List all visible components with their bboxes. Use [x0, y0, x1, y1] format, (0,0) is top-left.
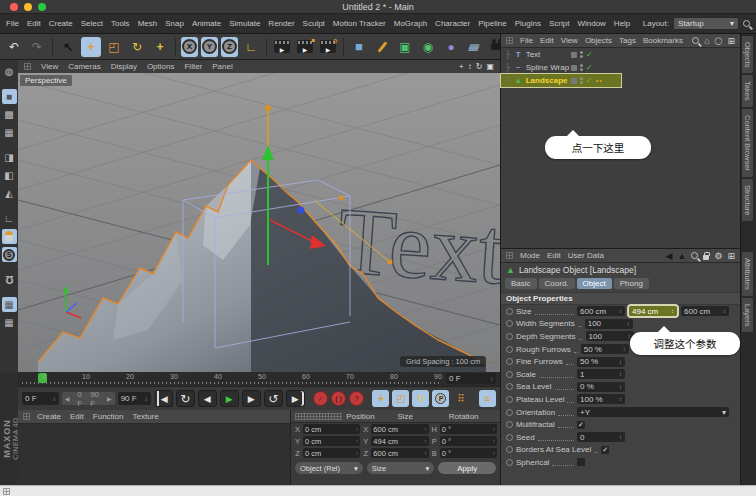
camera-label[interactable]: Perspective — [20, 75, 72, 86]
object-manager-menu-item[interactable]: File — [520, 36, 533, 45]
select-tool-button[interactable]: ↖ — [58, 37, 78, 57]
viewport-solo-button[interactable] — [2, 229, 17, 244]
attr-field[interactable]: 100 %↕ — [577, 394, 625, 404]
previous-frame-button[interactable]: ◀ — [198, 390, 217, 407]
menu-item[interactable]: Simulate — [229, 19, 260, 28]
history-up-icon[interactable]: ▲ — [677, 251, 686, 261]
attr-field[interactable]: 50 %↕ — [581, 344, 629, 354]
viewport-nav-icon[interactable]: ↕ — [468, 62, 472, 71]
anim-dot-icon[interactable] — [506, 333, 513, 340]
menu-item[interactable]: Edit — [27, 19, 41, 28]
workplane-lock-button[interactable]: ▦ — [2, 315, 17, 330]
key-position-button[interactable]: + — [372, 390, 389, 407]
visibility-toggles[interactable]: ✓ — [571, 50, 593, 59]
autokey-button[interactable]: ( ) — [331, 391, 346, 406]
history-back-icon[interactable]: ◀ — [666, 251, 673, 261]
next-frame-button[interactable]: ▶ — [242, 390, 261, 407]
viewport-menu-item[interactable]: View — [41, 62, 58, 71]
size-x-field[interactable]: 600 cm↕ — [577, 306, 625, 316]
object-label[interactable]: Text — [526, 50, 541, 59]
render-settings-button[interactable]: ▶⚙ — [318, 37, 338, 57]
last-tool-button[interactable]: + — [150, 37, 170, 57]
anim-dot-icon[interactable] — [506, 434, 513, 441]
object-row-landscape-selected[interactable]: └ ▲ Landscape ✓•• — [501, 74, 621, 87]
position-x-field[interactable]: 0 cm↕ — [303, 424, 360, 434]
viewport-menu-item[interactable]: Panel — [212, 62, 232, 71]
anim-dot-icon[interactable] — [506, 371, 513, 378]
panel-tab[interactable]: Content Browser — [742, 109, 753, 177]
add-deformer-button[interactable]: ◉ — [418, 37, 438, 57]
model-mode-button[interactable]: ■ — [2, 89, 17, 104]
timeline-ruler[interactable]: 0102030405060708090 0 F↕ — [18, 372, 500, 386]
render-button[interactable]: ◍ — [2, 64, 17, 79]
object-manager-menu-item[interactable]: Tags — [619, 36, 636, 45]
object-label[interactable]: Landscape — [526, 76, 568, 85]
add-spline-button[interactable] — [372, 37, 392, 57]
menu-item[interactable]: Sculpt — [303, 19, 325, 28]
home-icon[interactable]: ⌂ — [704, 36, 709, 46]
anim-dot-icon[interactable] — [506, 421, 513, 428]
search-icon[interactable] — [692, 37, 699, 44]
mode-dropdown[interactable]: Object (Rel)▾ — [295, 462, 363, 474]
object-manager-menu-item[interactable]: Edit — [540, 36, 554, 45]
menu-item[interactable]: Select — [81, 19, 103, 28]
keyframe-selection-button[interactable]: ? — [349, 391, 364, 406]
multifractal-checkbox[interactable]: ✓ — [577, 421, 585, 429]
panel-grip-icon[interactable] — [506, 252, 513, 259]
panel-tab[interactable]: Attributes — [742, 252, 753, 296]
panel-grip-icon[interactable] — [24, 63, 31, 70]
magnet-snap-button[interactable]: Ω — [2, 272, 17, 287]
viewport-menu-item[interactable]: Options — [147, 62, 175, 71]
menu-item[interactable]: File — [6, 19, 19, 28]
borders-checkbox[interactable]: ✓ — [601, 446, 609, 454]
menu-item[interactable]: Snap — [165, 19, 184, 28]
size-x-field[interactable]: 600 cm↕ — [371, 424, 428, 434]
material-menu-item[interactable]: Function — [93, 412, 124, 421]
goto-start-button[interactable]: ◀ — [154, 390, 173, 407]
layout-dropdown[interactable]: Startup▾ — [673, 17, 739, 30]
panel-grip-icon[interactable] — [23, 413, 30, 420]
edges-mode-button[interactable]: ◧ — [2, 168, 17, 183]
add-floor-button[interactable]: ▦ — [462, 40, 487, 54]
uv-mode-button[interactable]: ▦ — [2, 125, 17, 140]
close-window-icon[interactable] — [10, 3, 18, 11]
object-label[interactable]: Spline Wrap — [526, 63, 569, 72]
scale-tool-button[interactable]: ◰ — [104, 37, 124, 57]
timeline-mode-button[interactable]: ≡ — [479, 390, 496, 407]
menu-item[interactable]: Character — [435, 19, 470, 28]
render-view-button[interactable]: ▶ — [272, 37, 292, 57]
add-generator-button[interactable]: ▣ — [395, 37, 415, 57]
object-manager-menu-item[interactable]: View — [561, 36, 578, 45]
loop-back-button[interactable]: ↺ — [264, 390, 283, 407]
material-menu-item[interactable]: Texture — [133, 412, 159, 421]
key-parameter-button[interactable]: P — [432, 390, 449, 407]
position-z-field[interactable]: 0 cm↕ — [303, 448, 360, 458]
panel-tab[interactable]: Layers — [742, 298, 753, 333]
move-tool-button[interactable]: + — [81, 37, 101, 57]
object-manager-menu-item[interactable]: Bookmarks — [643, 36, 683, 45]
size-y-field-highlighted[interactable]: 494 cm↕ — [629, 306, 677, 316]
resize-grip-icon[interactable] — [3, 488, 10, 495]
tab-object[interactable]: Object — [577, 278, 612, 289]
frame-range-widget[interactable]: ◀0 F90 F▶ — [62, 392, 115, 405]
tab-basic[interactable]: Basic — [505, 278, 537, 289]
lock-icon[interactable] — [703, 255, 709, 260]
menu-item[interactable]: Create — [49, 19, 73, 28]
viewport-nav-icon[interactable]: ▣ — [486, 62, 494, 71]
search-icon[interactable] — [691, 252, 698, 259]
target-dropdown[interactable]: Size▾ — [367, 462, 435, 474]
lock-y-axis-button[interactable]: Y — [201, 37, 218, 57]
rotation-p-field[interactable]: 0 °↕ — [440, 436, 497, 446]
tab-phong[interactable]: Phong — [614, 278, 649, 289]
menu-item[interactable]: Pipeline — [478, 19, 506, 28]
panel-tab[interactable]: Objects — [742, 36, 753, 73]
attribute-menu-item[interactable]: User Data — [568, 251, 604, 260]
anim-dot-icon[interactable] — [506, 346, 513, 353]
menu-item[interactable]: Window — [577, 19, 605, 28]
undo-button[interactable]: ↶ — [4, 37, 24, 57]
texture-mode-button[interactable]: ▩ — [2, 107, 17, 122]
anim-dot-icon[interactable] — [506, 308, 513, 315]
rotate-tool-button[interactable]: ↻ — [127, 37, 147, 57]
lock-x-axis-button[interactable]: X — [181, 37, 198, 57]
menu-item[interactable]: Motion Tracker — [333, 19, 386, 28]
